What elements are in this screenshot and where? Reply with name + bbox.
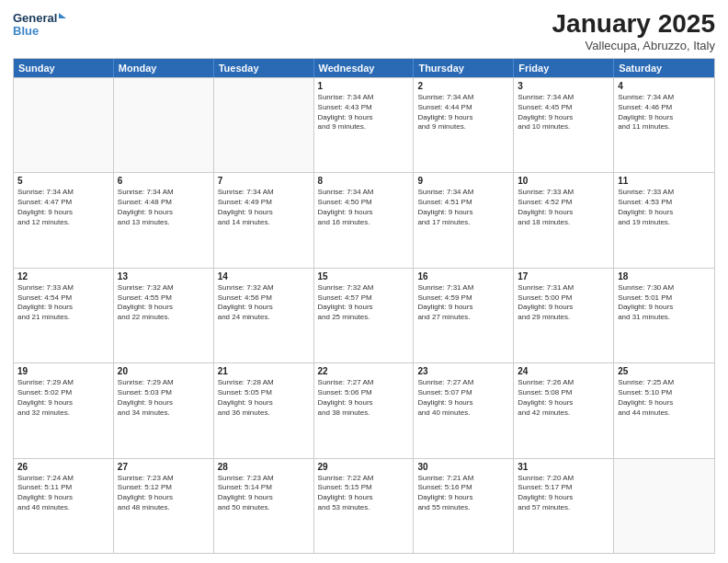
day-info: Sunrise: 7:27 AMSunset: 5:06 PMDaylight:… — [318, 378, 410, 418]
empty-cell-4-6 — [614, 459, 714, 553]
day-number: 16 — [417, 271, 509, 282]
day-info: Sunrise: 7:34 AMSunset: 4:43 PMDaylight:… — [318, 93, 410, 132]
day-number: 25 — [618, 366, 711, 376]
day-number: 26 — [17, 462, 109, 472]
day-number: 30 — [417, 462, 509, 472]
day-info: Sunrise: 7:29 AMSunset: 5:02 PMDaylight:… — [17, 378, 109, 418]
day-number: 28 — [218, 462, 310, 472]
day-cell-30: 30Sunrise: 7:21 AMSunset: 5:16 PMDayligh… — [414, 459, 514, 553]
header-cell-saturday: Saturday — [614, 59, 714, 77]
day-number: 8 — [318, 176, 410, 186]
calendar-page: General Blue January 2025 Vallecupa, Abr… — [0, 0, 728, 563]
header-cell-friday: Friday — [514, 59, 614, 77]
svg-text:Blue: Blue — [13, 24, 39, 38]
day-cell-1: 1Sunrise: 7:34 AMSunset: 4:43 PMDaylight… — [314, 78, 415, 172]
day-number: 22 — [318, 366, 410, 376]
day-cell-21: 21Sunrise: 7:28 AMSunset: 5:05 PMDayligh… — [214, 363, 314, 457]
day-cell-4: 4Sunrise: 7:34 AMSunset: 4:46 PMDaylight… — [614, 78, 714, 172]
day-info: Sunrise: 7:34 AMSunset: 4:49 PMDaylight:… — [218, 188, 310, 227]
day-cell-3: 3Sunrise: 7:34 AMSunset: 4:45 PMDaylight… — [514, 78, 614, 172]
day-cell-23: 23Sunrise: 7:27 AMSunset: 5:07 PMDayligh… — [414, 363, 514, 457]
day-number: 14 — [218, 271, 310, 282]
day-cell-29: 29Sunrise: 7:22 AMSunset: 5:15 PMDayligh… — [314, 459, 415, 553]
day-number: 20 — [118, 366, 210, 376]
day-number: 21 — [218, 366, 310, 376]
day-cell-18: 18Sunrise: 7:30 AMSunset: 5:01 PMDayligh… — [614, 269, 714, 362]
day-info: Sunrise: 7:22 AMSunset: 5:15 PMDaylight:… — [318, 474, 410, 513]
day-number: 2 — [417, 81, 509, 91]
day-info: Sunrise: 7:32 AMSunset: 4:56 PMDaylight:… — [218, 283, 310, 323]
day-number: 4 — [618, 81, 711, 91]
day-cell-9: 9Sunrise: 7:34 AMSunset: 4:51 PMDaylight… — [414, 173, 514, 267]
day-info: Sunrise: 7:29 AMSunset: 5:03 PMDaylight:… — [118, 378, 210, 418]
cal-row-3: 19Sunrise: 7:29 AMSunset: 5:02 PMDayligh… — [14, 362, 714, 457]
day-info: Sunrise: 7:23 AMSunset: 5:14 PMDaylight:… — [218, 474, 310, 513]
day-number: 5 — [17, 176, 109, 186]
day-number: 10 — [518, 176, 609, 186]
logo-svg: General Blue — [13, 9, 68, 42]
title-block: January 2025 Vallecupa, Abruzzo, Italy — [552, 9, 715, 52]
cal-row-2: 12Sunrise: 7:33 AMSunset: 4:54 PMDayligh… — [14, 268, 714, 362]
day-number: 11 — [618, 176, 711, 186]
cal-row-0: 1Sunrise: 7:34 AMSunset: 4:43 PMDaylight… — [14, 77, 714, 172]
day-cell-26: 26Sunrise: 7:24 AMSunset: 5:11 PMDayligh… — [14, 459, 114, 553]
day-info: Sunrise: 7:24 AMSunset: 5:11 PMDaylight:… — [17, 474, 109, 513]
day-info: Sunrise: 7:31 AMSunset: 4:59 PMDaylight:… — [417, 283, 509, 323]
day-number: 13 — [118, 271, 210, 282]
day-info: Sunrise: 7:23 AMSunset: 5:12 PMDaylight:… — [118, 474, 210, 513]
day-info: Sunrise: 7:25 AMSunset: 5:10 PMDaylight:… — [618, 378, 711, 418]
day-cell-24: 24Sunrise: 7:26 AMSunset: 5:08 PMDayligh… — [514, 363, 614, 457]
day-number: 19 — [17, 366, 109, 376]
day-number: 24 — [518, 366, 609, 376]
day-number: 27 — [118, 462, 210, 472]
day-info: Sunrise: 7:32 AMSunset: 4:55 PMDaylight:… — [118, 283, 210, 323]
month-title: January 2025 — [552, 9, 715, 39]
day-number: 12 — [17, 271, 109, 282]
day-info: Sunrise: 7:34 AMSunset: 4:48 PMDaylight:… — [118, 188, 210, 227]
day-info: Sunrise: 7:33 AMSunset: 4:53 PMDaylight:… — [618, 188, 711, 227]
day-info: Sunrise: 7:34 AMSunset: 4:50 PMDaylight:… — [318, 188, 410, 227]
day-info: Sunrise: 7:32 AMSunset: 4:57 PMDaylight:… — [318, 283, 410, 323]
day-cell-16: 16Sunrise: 7:31 AMSunset: 4:59 PMDayligh… — [414, 269, 514, 362]
calendar: SundayMondayTuesdayWednesdayThursdayFrid… — [13, 58, 715, 554]
cal-row-4: 26Sunrise: 7:24 AMSunset: 5:11 PMDayligh… — [14, 458, 714, 553]
header: General Blue January 2025 Vallecupa, Abr… — [13, 9, 715, 52]
day-cell-17: 17Sunrise: 7:31 AMSunset: 5:00 PMDayligh… — [514, 269, 614, 362]
day-info: Sunrise: 7:34 AMSunset: 4:44 PMDaylight:… — [417, 93, 509, 132]
day-cell-8: 8Sunrise: 7:34 AMSunset: 4:50 PMDaylight… — [314, 173, 415, 267]
day-info: Sunrise: 7:26 AMSunset: 5:08 PMDaylight:… — [518, 378, 609, 418]
location: Vallecupa, Abruzzo, Italy — [552, 39, 715, 52]
day-info: Sunrise: 7:31 AMSunset: 5:00 PMDaylight:… — [518, 283, 609, 323]
day-info: Sunrise: 7:30 AMSunset: 5:01 PMDaylight:… — [618, 283, 711, 323]
day-cell-31: 31Sunrise: 7:20 AMSunset: 5:17 PMDayligh… — [514, 459, 614, 553]
day-number: 18 — [618, 271, 711, 282]
day-cell-11: 11Sunrise: 7:33 AMSunset: 4:53 PMDayligh… — [614, 173, 714, 267]
day-cell-12: 12Sunrise: 7:33 AMSunset: 4:54 PMDayligh… — [14, 269, 114, 362]
day-cell-7: 7Sunrise: 7:34 AMSunset: 4:49 PMDaylight… — [214, 173, 314, 267]
day-info: Sunrise: 7:28 AMSunset: 5:05 PMDaylight:… — [218, 378, 310, 418]
day-number: 29 — [318, 462, 410, 472]
day-number: 23 — [417, 366, 509, 376]
svg-text:General: General — [13, 11, 57, 25]
day-number: 17 — [518, 271, 609, 282]
day-cell-2: 2Sunrise: 7:34 AMSunset: 4:44 PMDaylight… — [414, 78, 514, 172]
empty-cell-0-1 — [114, 78, 214, 172]
day-number: 7 — [218, 176, 310, 186]
header-cell-monday: Monday — [114, 59, 214, 77]
header-cell-wednesday: Wednesday — [314, 59, 415, 77]
day-info: Sunrise: 7:34 AMSunset: 4:45 PMDaylight:… — [518, 93, 609, 132]
day-cell-5: 5Sunrise: 7:34 AMSunset: 4:47 PMDaylight… — [14, 173, 114, 267]
empty-cell-0-0 — [14, 78, 114, 172]
day-cell-27: 27Sunrise: 7:23 AMSunset: 5:12 PMDayligh… — [114, 459, 214, 553]
day-number: 6 — [118, 176, 210, 186]
day-number: 15 — [318, 271, 410, 282]
day-info: Sunrise: 7:34 AMSunset: 4:46 PMDaylight:… — [618, 93, 711, 132]
day-cell-19: 19Sunrise: 7:29 AMSunset: 5:02 PMDayligh… — [14, 363, 114, 457]
day-number: 31 — [518, 462, 609, 472]
day-info: Sunrise: 7:20 AMSunset: 5:17 PMDaylight:… — [518, 474, 609, 513]
day-info: Sunrise: 7:21 AMSunset: 5:16 PMDaylight:… — [417, 474, 509, 513]
calendar-header: SundayMondayTuesdayWednesdayThursdayFrid… — [14, 59, 714, 77]
day-number: 1 — [318, 81, 410, 91]
header-cell-thursday: Thursday — [414, 59, 514, 77]
day-number: 9 — [417, 176, 509, 186]
